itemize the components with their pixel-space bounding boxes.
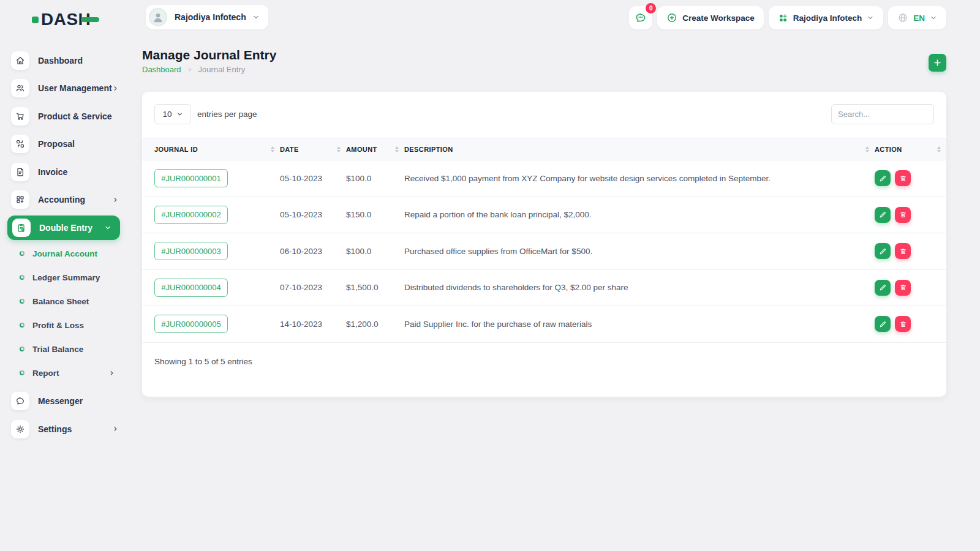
sort-icon: [271, 146, 274, 152]
sidebar-item-label: Invoice: [38, 167, 67, 177]
workspace-selector[interactable]: Rajodiya Infotech: [146, 5, 268, 29]
sidebar-subitem-label: Balance Sheet: [32, 297, 89, 306]
amount-cell: $1,200.0: [346, 306, 404, 343]
sidebar-subitem-profit-loss[interactable]: Profit & Loss: [0, 313, 130, 337]
edit-button[interactable]: [875, 170, 891, 186]
circle-plus-icon: [666, 12, 677, 23]
sidebar-item-label: Dashboard: [38, 56, 83, 66]
delete-button[interactable]: [895, 170, 911, 186]
sidebar-item-label: Proposal: [38, 139, 75, 149]
chat-bubble-icon: [635, 12, 647, 24]
bullet-icon: [20, 251, 24, 256]
entries-per-page-value: 10: [162, 110, 172, 119]
journal-id-badge[interactable]: #JUR000000003: [154, 242, 228, 260]
sort-icon: [865, 146, 869, 152]
sidebar-item-settings[interactable]: Settings: [0, 415, 130, 443]
description-cell: Repaid a portion of the bank loan princi…: [404, 197, 875, 233]
table-header-row: JOURNAL ID DATE AMOUNT DESCRIPTION ACTIO…: [142, 138, 946, 160]
sidebar: DASH Dashboard User Management Product &…: [0, 0, 130, 551]
sidebar-subitem-trial-balance[interactable]: Trial Balance: [0, 337, 130, 361]
delete-button[interactable]: [895, 207, 911, 223]
sidebar-subitem-report[interactable]: Report: [0, 361, 130, 385]
journal-id-badge[interactable]: #JUR000000004: [154, 279, 228, 297]
sidebar-subitem-journal-account[interactable]: Journal Account: [0, 242, 130, 266]
sort-icon: [395, 146, 399, 152]
sidebar-item-product-service[interactable]: Product & Service: [0, 102, 130, 130]
sidebar-item-double-entry[interactable]: Double Entry: [7, 216, 120, 240]
date-cell: 14-10-2023: [280, 306, 346, 343]
table-controls: 10 entries per page: [142, 92, 946, 124]
chat-bubble-icon: [11, 392, 29, 410]
column-header-journal-id[interactable]: JOURNAL ID: [142, 138, 280, 160]
create-workspace-label: Create Workspace: [682, 13, 755, 23]
sidebar-subitem-ledger-summary[interactable]: Ledger Summary: [0, 266, 130, 290]
sidebar-item-label: Accounting: [38, 195, 85, 204]
language-menu[interactable]: EN: [888, 6, 946, 29]
column-header-date[interactable]: DATE: [280, 138, 346, 160]
sidebar-item-label: Settings: [38, 424, 72, 434]
chevron-right-icon: [112, 197, 119, 203]
journal-id-badge[interactable]: #JUR000000005: [154, 315, 228, 333]
brand-logo[interactable]: DASH: [32, 9, 99, 31]
table-summary: Showing 1 to 5 of 5 entries: [142, 343, 946, 380]
pencil-icon: [879, 211, 887, 219]
workspace-grid-icon: [778, 13, 788, 23]
trash-icon: [899, 174, 907, 182]
journal-id-badge[interactable]: #JUR000000001: [154, 169, 228, 187]
edit-button[interactable]: [875, 207, 891, 223]
entries-per-page-select[interactable]: 10: [154, 104, 191, 124]
sidebar-subitem-label: Journal Account: [32, 249, 97, 258]
column-header-description[interactable]: DESCRIPTION: [404, 138, 875, 160]
sidebar-item-dashboard[interactable]: Dashboard: [0, 47, 130, 75]
chevron-down-icon: [930, 14, 937, 21]
sidebar-item-label: Product & Service: [38, 111, 112, 121]
edit-button[interactable]: [875, 243, 891, 259]
create-workspace-button[interactable]: Create Workspace: [657, 6, 764, 29]
pencil-icon: [879, 320, 887, 328]
date-cell: 05-10-2023: [280, 197, 346, 233]
sidebar-item-proposal[interactable]: Proposal: [0, 130, 130, 159]
page-title: Manage Journal Entry: [142, 48, 276, 62]
company-menu[interactable]: Rajodiya Infotech: [769, 6, 884, 29]
edit-button[interactable]: [875, 316, 891, 332]
delete-button[interactable]: [895, 280, 911, 296]
breadcrumb-current: Journal Entry: [198, 65, 246, 74]
pencil-icon: [879, 174, 887, 182]
sidebar-item-user-management[interactable]: User Management: [0, 75, 130, 103]
search-input[interactable]: [831, 104, 934, 124]
messages-button[interactable]: 0: [629, 6, 652, 29]
sidebar-item-accounting[interactable]: Accounting: [0, 186, 130, 214]
sidebar-item-messenger[interactable]: Messenger: [0, 388, 130, 416]
column-header-action[interactable]: ACTION: [875, 138, 946, 160]
delete-button[interactable]: [895, 243, 911, 259]
company-menu-label: Rajodiya Infotech: [793, 13, 862, 23]
swap-boxes-icon: [11, 135, 29, 153]
sidebar-item-label: Double Entry: [39, 223, 92, 233]
sort-icon: [337, 146, 341, 152]
amount-cell: $100.0: [346, 160, 404, 197]
journal-entry-card: 10 entries per page JOURNAL ID DATE AMOU…: [142, 92, 946, 397]
journal-id-badge[interactable]: #JUR000000002: [154, 206, 228, 224]
description-cell: Purchased office supplies from OfficeMar…: [404, 233, 875, 270]
logo-dash-icon: [81, 17, 99, 22]
sidebar-subitem-balance-sheet[interactable]: Balance Sheet: [0, 290, 130, 313]
sidebar-subitem-label: Trial Balance: [32, 345, 83, 354]
globe-icon: [897, 12, 908, 23]
amount-cell: $1,500.0: [346, 269, 404, 306]
column-header-amount[interactable]: AMOUNT: [346, 138, 404, 160]
trash-icon: [899, 320, 907, 328]
chevron-right-icon: [112, 425, 119, 432]
sidebar-item-invoice[interactable]: Invoice: [0, 158, 130, 186]
pencil-icon: [879, 283, 887, 291]
chevron-down-icon: [867, 14, 874, 21]
bullet-icon: [20, 347, 24, 351]
trash-icon: [899, 247, 907, 255]
trash-icon: [899, 211, 907, 219]
breadcrumb-dashboard-link[interactable]: Dashboard: [142, 65, 181, 74]
workspace-name: Rajodiya Infotech: [175, 12, 246, 22]
delete-button[interactable]: [895, 316, 911, 332]
chevron-down-icon: [252, 13, 260, 21]
logo-dot-icon: [32, 17, 39, 23]
edit-button[interactable]: [875, 280, 891, 296]
add-journal-entry-button[interactable]: [929, 54, 946, 72]
